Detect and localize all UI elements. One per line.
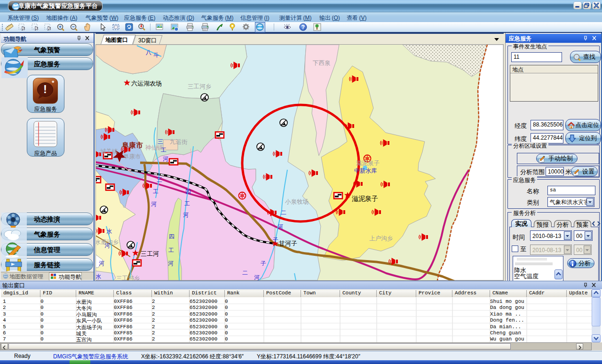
svg-text:工: 工	[184, 200, 190, 207]
svg-text:工: 工	[161, 147, 166, 153]
svg-text:上户沟乡: 上户沟乡	[369, 235, 393, 242]
svg-text:工: 工	[168, 247, 174, 253]
svg-text:河: 河	[151, 201, 157, 207]
svg-text:子: 子	[261, 260, 266, 267]
svg-text:三: 三	[158, 138, 163, 145]
svg-text:水: 水	[106, 228, 112, 235]
svg-text:三工河: 三工河	[141, 250, 159, 257]
svg-text:四: 四	[169, 233, 174, 240]
svg-text:河: 河	[168, 260, 174, 267]
svg-text:三工河乡: 三工河乡	[188, 83, 212, 90]
svg-text:阜康市: 阜康市	[123, 153, 141, 160]
svg-text:城关镇: 城关镇	[100, 148, 118, 155]
svg-text:河: 河	[99, 260, 104, 267]
svg-text:三: 三	[157, 176, 162, 183]
svg-text:六运湖农场: 六运湖农场	[131, 80, 162, 87]
svg-text:子: 子	[273, 237, 278, 243]
svg-text:河: 河	[254, 274, 260, 280]
svg-text:阜康市: 阜康市	[121, 141, 143, 149]
svg-text:二: 二	[242, 269, 248, 276]
svg-text:!: !	[43, 83, 47, 95]
svg-text:?: ?	[301, 24, 305, 31]
svg-text:斗: 斗	[153, 52, 159, 58]
svg-text:二: 二	[281, 209, 286, 216]
svg-text:工: 工	[153, 188, 158, 195]
svg-text:河: 河	[163, 156, 168, 162]
svg-text:三工河乡: 三工河乡	[116, 275, 140, 280]
svg-text:河: 河	[277, 223, 283, 230]
svg-text:甘河子: 甘河子	[279, 240, 297, 247]
svg-text:滋泥泉子: 滋泥泉子	[352, 195, 378, 202]
svg-text:河: 河	[104, 242, 110, 249]
svg-text:滋泥泉子: 滋泥泉子	[356, 160, 380, 166]
svg-text:九运街: 九运街	[170, 139, 188, 145]
svg-text:中新水库: 中新水库	[354, 167, 377, 174]
svg-text:水: 水	[96, 273, 101, 280]
svg-text:四: 四	[185, 189, 191, 195]
svg-text:下西泉: 下西泉	[313, 60, 331, 66]
svg-text:河: 河	[183, 212, 189, 218]
svg-text:八: 八	[146, 49, 151, 55]
svg-text:小泉牧场: 小泉牧场	[285, 198, 309, 205]
